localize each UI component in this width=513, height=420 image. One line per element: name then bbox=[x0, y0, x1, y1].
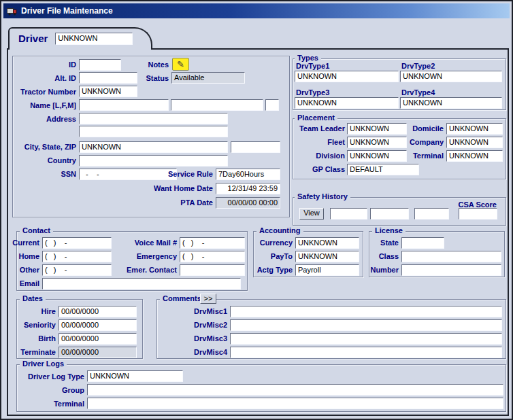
driver-file-maintenance-window: Driver File Maintenance Driver UNKNOWN I… bbox=[0, 0, 513, 420]
seniority-date-label: Seniority bbox=[12, 321, 56, 330]
drvmisc2-field[interactable] bbox=[230, 319, 502, 331]
service-rule-field[interactable]: 7Day60Hours bbox=[216, 169, 280, 180]
emer-contact-field[interactable] bbox=[180, 264, 245, 276]
driver-log-group-label: Group bbox=[19, 386, 84, 395]
drvmisc2-label: DrvMisc2 bbox=[188, 321, 227, 330]
voice-mail-label: Voice Mail # bbox=[124, 239, 177, 247]
drvtype2-field[interactable]: UNKNOWN bbox=[400, 71, 502, 82]
hire-date-field[interactable]: 00/00/0000 bbox=[59, 306, 137, 317]
emergency-phone-label: Emergency bbox=[124, 252, 177, 261]
fleet-field[interactable]: UNKNOWN bbox=[347, 137, 407, 148]
terminal-field[interactable]: UNKNOWN bbox=[446, 150, 503, 162]
actg-type-field[interactable]: Payroll bbox=[295, 264, 359, 276]
other-phone-label: Other bbox=[7, 266, 39, 275]
emer-contact-label: Emer. Contact bbox=[124, 266, 177, 275]
country-field[interactable] bbox=[79, 155, 228, 167]
pta-date-field: 00/00/00 00:00 bbox=[216, 197, 280, 209]
titlebar[interactable]: Driver File Maintenance bbox=[3, 3, 510, 18]
birth-date-label: Birth bbox=[12, 334, 56, 343]
drvtype2-label: DrvType2 bbox=[401, 62, 435, 71]
comments-expand-button[interactable]: >> bbox=[200, 294, 216, 304]
gp-class-label: GP Class bbox=[293, 165, 345, 174]
alt-id-field[interactable] bbox=[79, 72, 137, 84]
voice-mail-field[interactable]: ( ) - bbox=[180, 237, 245, 249]
drvtype1-label: DrvType1 bbox=[296, 62, 329, 71]
email-label: Email bbox=[7, 279, 39, 288]
view-button[interactable]: View bbox=[299, 208, 324, 220]
emergency-phone-field[interactable]: ( ) - bbox=[180, 251, 245, 262]
team-leader-label: Team Leader bbox=[293, 124, 345, 133]
want-home-date-field[interactable]: 12/31/49 23:59 bbox=[216, 183, 280, 194]
drvtype1-field[interactable]: UNKNOWN bbox=[295, 71, 399, 82]
status-label: Status bbox=[135, 74, 169, 83]
other-phone-field[interactable]: ( ) - bbox=[42, 264, 112, 276]
license-number-field[interactable] bbox=[401, 264, 501, 276]
domicile-field[interactable]: UNKNOWN bbox=[446, 123, 503, 135]
tractor-number-field[interactable]: UNKNOWN bbox=[79, 86, 137, 97]
actg-type-label: Actg Type bbox=[254, 266, 293, 275]
current-phone-label: Current bbox=[7, 239, 39, 247]
safety-score-field-2 bbox=[370, 208, 409, 220]
tab-driver[interactable]: Driver UNKNOWN bbox=[8, 27, 152, 50]
placement-group-title: Placement bbox=[295, 113, 337, 122]
name-first-field[interactable] bbox=[171, 99, 263, 111]
birth-date-field[interactable]: 00/00/0000 bbox=[59, 333, 137, 345]
terminate-date-field: 00/00/0000 bbox=[59, 347, 137, 358]
drvmisc3-field[interactable] bbox=[230, 333, 502, 345]
address2-field[interactable] bbox=[79, 126, 228, 137]
payto-field[interactable]: UNKNOWN bbox=[295, 251, 359, 262]
license-class-field[interactable] bbox=[401, 251, 501, 262]
alt-id-label: Alt. ID bbox=[11, 74, 76, 83]
drvmisc3-label: DrvMisc3 bbox=[188, 334, 227, 343]
accounting-group-title: Accounting bbox=[256, 226, 303, 235]
company-label: Company bbox=[406, 138, 444, 147]
drvmisc1-label: DrvMisc1 bbox=[188, 307, 227, 316]
safety-score-field-3 bbox=[414, 208, 449, 220]
address-label: Address bbox=[11, 115, 76, 124]
company-field[interactable]: UNKNOWN bbox=[446, 137, 503, 148]
safety-history-group-title: Safety History bbox=[295, 192, 350, 201]
team-leader-field[interactable]: UNKNOWN bbox=[347, 123, 407, 135]
driver-log-group-field[interactable] bbox=[87, 384, 503, 396]
city-field[interactable]: UNKNOWN bbox=[79, 141, 228, 153]
notes-label: Notes bbox=[135, 60, 169, 69]
name-label: Name [L,F,M] bbox=[11, 101, 76, 110]
driver-key-field[interactable]: UNKNOWN bbox=[55, 33, 133, 45]
license-state-label: State bbox=[366, 239, 399, 247]
country-label: Country bbox=[11, 156, 76, 165]
drvmisc4-field[interactable] bbox=[230, 347, 502, 358]
email-field[interactable] bbox=[42, 278, 241, 290]
app-icon bbox=[7, 7, 17, 16]
drvtype4-field[interactable]: UNKNOWN bbox=[400, 97, 502, 109]
drvmisc1-field[interactable] bbox=[230, 306, 502, 317]
license-state-field[interactable] bbox=[401, 237, 444, 249]
driver-log-terminal-field[interactable] bbox=[87, 398, 503, 409]
license-class-label: Class bbox=[366, 252, 399, 261]
gp-class-field[interactable]: DEFAULT bbox=[347, 164, 419, 175]
drvtype3-field[interactable]: UNKNOWN bbox=[295, 97, 399, 109]
zip-field[interactable] bbox=[231, 141, 280, 153]
currency-field[interactable]: UNKNOWN bbox=[295, 237, 359, 249]
driver-log-type-field[interactable]: UNKNOWN bbox=[87, 370, 183, 382]
id-label: ID bbox=[11, 60, 76, 69]
driver-log-terminal-label: Terminal bbox=[19, 400, 84, 408]
current-phone-field[interactable]: ( ) - bbox=[42, 237, 112, 249]
address1-field[interactable] bbox=[79, 113, 228, 124]
window-title: Driver File Maintenance bbox=[21, 6, 113, 16]
hire-date-label: Hire bbox=[12, 307, 56, 316]
name-middle-field[interactable] bbox=[265, 99, 279, 111]
safety-score-field-1 bbox=[330, 208, 367, 220]
drvtype3-label: DrvType3 bbox=[296, 88, 329, 97]
csa-score-field bbox=[459, 208, 497, 220]
home-phone-field[interactable]: ( ) - bbox=[42, 251, 112, 262]
pta-date-label: PTA Date bbox=[148, 198, 213, 207]
domicile-label: Domicile bbox=[406, 124, 444, 133]
want-home-date-label: Want Home Date bbox=[148, 184, 213, 193]
license-group-title: License bbox=[372, 226, 406, 235]
notes-icon[interactable]: ✎ bbox=[172, 58, 189, 71]
division-field[interactable]: UNKNOWN bbox=[347, 150, 407, 162]
id-field[interactable] bbox=[79, 59, 121, 71]
status-field: Available bbox=[171, 72, 245, 84]
seniority-date-field[interactable]: 00/00/0000 bbox=[59, 319, 137, 331]
name-last-field[interactable] bbox=[79, 99, 169, 111]
